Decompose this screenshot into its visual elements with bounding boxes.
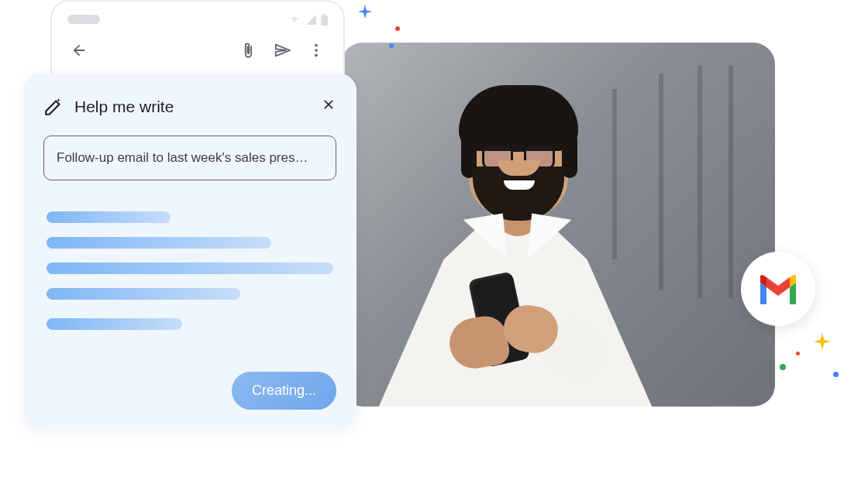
skeleton-line (46, 288, 240, 300)
status-pill: Creating... (232, 372, 336, 410)
back-button[interactable] (71, 42, 88, 62)
close-button[interactable] (321, 97, 336, 117)
battery-icon (321, 14, 328, 26)
help-me-write-card: Help me write Creating... (23, 74, 356, 430)
phone-compose-frame (50, 0, 345, 77)
gmail-icon (757, 273, 799, 304)
skeleton-line (46, 211, 170, 223)
decoration-dot (389, 43, 394, 48)
decoration-dot (780, 364, 786, 370)
attach-icon (239, 42, 257, 59)
decoration-dot (395, 26, 400, 31)
hero-photo (341, 43, 775, 407)
pencil-sparkle-icon (43, 97, 64, 117)
svg-point-2 (315, 44, 318, 47)
svg-point-3 (315, 49, 318, 52)
prompt-input[interactable] (43, 136, 336, 180)
decoration-dot (833, 372, 839, 377)
back-arrow-icon (71, 42, 88, 59)
more-icon (308, 42, 325, 59)
gmail-badge (741, 252, 815, 326)
sparkle-icon (356, 3, 374, 20)
send-icon (274, 42, 291, 59)
svg-rect-1 (323, 14, 326, 16)
more-button[interactable] (308, 42, 325, 62)
status-label: Creating... (252, 383, 316, 398)
generation-skeleton (43, 211, 336, 330)
attach-button[interactable] (239, 42, 257, 62)
close-icon (321, 97, 336, 112)
decoration-dot (796, 352, 800, 355)
skeleton-line (46, 263, 333, 274)
signal-icon (305, 14, 316, 25)
sparkle-icon (812, 331, 832, 352)
send-button[interactable] (274, 42, 291, 62)
svg-point-4 (315, 54, 318, 57)
wifi-icon (288, 14, 301, 25)
status-indicator (67, 15, 100, 24)
card-title: Help me write (74, 98, 174, 116)
skeleton-line (46, 318, 182, 330)
svg-rect-0 (321, 15, 328, 26)
skeleton-line (46, 237, 271, 249)
